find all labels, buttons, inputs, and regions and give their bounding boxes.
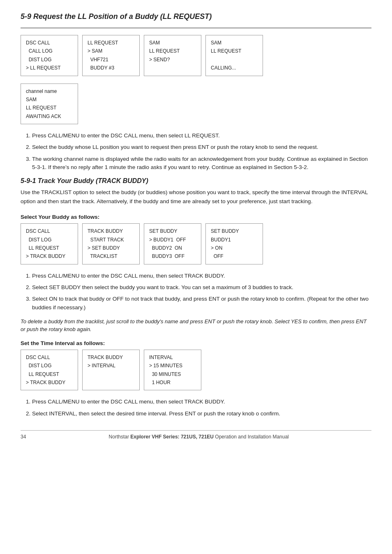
- footer-center: Northstar Explorer VHF Series: 721US, 72…: [109, 434, 289, 440]
- screen-interval: INTERVAL > 15 MINUTES 30 MINUTES 1 HOUR: [144, 350, 201, 391]
- italic-note: To delete a buddy from the tracklist, ju…: [21, 318, 371, 334]
- screen-ll-request-1: LL REQUEST > SAM VHF721 BUDDY #3: [82, 35, 140, 76]
- screen-track-buddy-interval: TRACK BUDDY > INTERVAL: [82, 350, 140, 391]
- section-title: 5-9 Request the LL Position of a Buddy (…: [21, 12, 371, 21]
- interval-step-1: Press CALL/MENU to enter the DSC CALL me…: [32, 398, 371, 406]
- screen-dsc-call-1: DSC CALL CALL LOG DIST LOG > LL REQUEST: [21, 35, 78, 76]
- screen-set-buddy-1: SET BUDDY > BUDDY1 OFF BUDDY2 ON BUDDY3 …: [144, 223, 201, 264]
- ll-step-2: Select the buddy whose LL position you w…: [32, 143, 371, 151]
- screen-sam-calling: SAM LL REQUEST CALLING...: [205, 35, 263, 76]
- ll-request-steps: Press CALL/MENU to enter the DSC CALL me…: [21, 132, 371, 172]
- buddy-step-2: Select SET BUDDY then select the buddy y…: [32, 283, 371, 292]
- select-buddy-screens-row: DSC CALL DIST LOG LL REQUEST > TRACK BUD…: [21, 223, 371, 264]
- screen-set-buddy-2: SET BUDDY BUDDY1 > ON OFF: [205, 223, 263, 264]
- screen-dsc-call-3: DSC CALL DIST LOG LL REQUEST > TRACK BUD…: [21, 350, 78, 391]
- ll-step-1: Press CALL/MENU to enter the DSC CALL me…: [32, 132, 371, 140]
- interval-steps: Press CALL/MENU to enter the DSC CALL me…: [21, 398, 371, 418]
- select-buddy-steps: Press CALL/MENU to enter the DSC CALL me…: [21, 272, 371, 312]
- subsection-intro: Use the TRACKLIST option to select the b…: [21, 188, 371, 206]
- buddy-step-1: Press CALL/MENU to enter the DSC CALL me…: [32, 272, 371, 280]
- select-buddy-label: Select Your Buddy as follows:: [21, 214, 371, 220]
- screen-sam-send: SAM LL REQUEST > SEND?: [144, 35, 201, 76]
- screen-dsc-call-2: DSC CALL DIST LOG LL REQUEST > TRACK BUD…: [21, 223, 78, 264]
- footer-page-number: 34: [21, 434, 26, 440]
- ll-step-3: The working channel name is displayed wh…: [32, 155, 371, 172]
- set-interval-label: Set the Time Interval as follows:: [21, 340, 371, 346]
- section-header: 5-9 Request the LL Position of a Buddy (…: [21, 12, 371, 28]
- subsection-header: 5-9-1 Track Your Buddy (TRACK BUDDY) Use…: [21, 177, 371, 206]
- ll-request-screens-row: DSC CALL CALL LOG DIST LOG > LL REQUEST …: [21, 35, 371, 76]
- screen-track-buddy-1: TRACK BUDDY START TRACK > SET BUDDY TRAC…: [82, 223, 140, 264]
- screen-awaiting-ack: channel name SAM LL REQUEST AWAITING ACK: [21, 83, 78, 125]
- buddy-step-3: Select ON to track that buddy or OFF to …: [32, 295, 371, 312]
- subsection-title: 5-9-1 Track Your Buddy (TRACK BUDDY): [21, 177, 371, 185]
- interval-screens-row: DSC CALL DIST LOG LL REQUEST > TRACK BUD…: [21, 350, 371, 391]
- page-footer: 34 Northstar Explorer VHF Series: 721US,…: [21, 430, 371, 440]
- interval-step-2: Select INTERVAL, then select the desired…: [32, 410, 371, 418]
- ll-request-bottom-screen-row: channel name SAM LL REQUEST AWAITING ACK: [21, 83, 371, 125]
